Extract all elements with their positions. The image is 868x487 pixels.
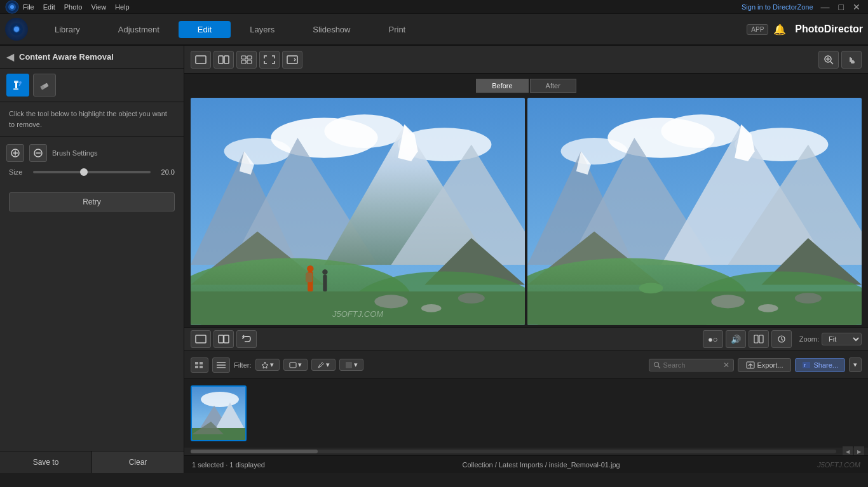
after-image-panel (527, 98, 862, 325)
tab-adjustment[interactable]: Adjustment (99, 21, 179, 38)
svg-point-48 (458, 293, 485, 304)
tab-print[interactable]: Print (370, 21, 425, 38)
svg-rect-21 (247, 56, 252, 59)
view-split-btn[interactable] (214, 330, 234, 348)
brush-tool-button[interactable] (6, 74, 29, 97)
tab-edit[interactable]: Edit (179, 21, 231, 38)
status-selection: 1 selected · 1 displayed (192, 461, 265, 469)
filter-color-btn[interactable]: ▾ (339, 359, 363, 371)
menu-photo[interactable]: Photo (64, 3, 83, 11)
view-grid-btn[interactable] (236, 51, 257, 69)
svg-point-71 (758, 304, 778, 312)
eraser-tool-button[interactable] (33, 74, 56, 97)
bottom-toolbar: ●○ 🔊 Zoom: Fit 25% 50% 100% 200% (184, 327, 868, 351)
svg-text:f: f (804, 363, 806, 368)
before-tab[interactable]: Before (476, 79, 528, 93)
svg-rect-51 (306, 273, 313, 283)
undo-btn[interactable] (236, 330, 257, 348)
view-normal-btn[interactable] (191, 330, 211, 348)
search-icon (653, 361, 661, 369)
svg-point-58 (561, 138, 628, 164)
filter-label: Filter: (234, 361, 252, 369)
svg-rect-80 (195, 362, 198, 364)
tab-layers[interactable]: Layers (231, 21, 294, 38)
horizontal-scrollbar[interactable]: ◀ ▶ (184, 448, 868, 455)
menu-view[interactable]: View (91, 3, 106, 11)
audio-btn[interactable]: 🔊 (726, 330, 746, 348)
svg-point-90 (654, 362, 658, 366)
image-area: Before After (184, 74, 868, 327)
filmstrip-list-btn[interactable] (212, 357, 230, 373)
svg-rect-52 (323, 275, 327, 291)
share-button[interactable]: f Share... (795, 358, 845, 372)
svg-rect-19 (224, 56, 229, 63)
save-to-button[interactable]: Save to (0, 451, 92, 473)
share-dropdown-btn[interactable]: ▾ (849, 357, 862, 372)
filmstrip-controls: Filter: ▾ ▾ ▾ ▾ ✕ (184, 351, 868, 379)
images-container: J5OFTJ.COM (184, 98, 868, 327)
zoom-label: Zoom: (799, 335, 819, 343)
status-watermark: J5OFTJ.COM (817, 461, 860, 469)
size-slider[interactable] (33, 171, 151, 173)
search-input[interactable] (663, 361, 721, 369)
before-image-panel: J5OFTJ.COM (191, 98, 525, 325)
menu-help[interactable]: Help (115, 3, 130, 11)
svg-point-32 (324, 114, 404, 148)
more-view-btn[interactable] (282, 51, 302, 69)
brush-subtract-icon[interactable] (29, 144, 47, 162)
filter-star-btn[interactable]: ▾ (255, 359, 280, 371)
close-btn[interactable]: ✕ (850, 2, 863, 12)
tab-slideshow[interactable]: Slideshow (294, 21, 369, 38)
svg-rect-17 (196, 56, 206, 63)
notification-icon[interactable]: 🔔 (773, 23, 786, 36)
svg-point-72 (795, 293, 822, 304)
filter-rect-btn[interactable]: ▾ (283, 359, 308, 371)
tab-list: Library Adjustment Edit Layers Slideshow… (36, 21, 747, 38)
search-clear-btn[interactable]: ✕ (723, 361, 729, 370)
retry-button[interactable]: Retry (9, 192, 175, 211)
filmstrip-right-controls: ✕ Export... f Share... ▾ (649, 357, 862, 372)
minimize-btn[interactable]: — (818, 2, 832, 12)
filmstrip-thumb-1[interactable] (191, 385, 247, 441)
sign-in-link[interactable]: Sign in to DirectorZone (742, 3, 813, 11)
after-tab[interactable]: After (530, 79, 576, 93)
zoom-select[interactable]: Fit 25% 50% 100% 200% (822, 333, 862, 345)
svg-rect-22 (241, 60, 246, 63)
zoom-tool-btn[interactable] (818, 51, 839, 69)
play-btn[interactable]: ●○ (703, 330, 723, 348)
fullscreen-btn[interactable] (259, 51, 280, 69)
size-label: Size (9, 168, 28, 176)
filmstrip-grid-btn[interactable] (191, 357, 208, 373)
maximize-btn[interactable]: □ (836, 2, 846, 12)
history-btn[interactable] (771, 330, 792, 348)
status-path: Collection / Latest Imports / inside_Rem… (265, 461, 817, 469)
panel-tools (0, 69, 184, 102)
size-value: 20.0 (156, 168, 175, 176)
svg-point-53 (322, 269, 327, 274)
svg-rect-7 (14, 81, 18, 83)
menu-file[interactable]: File (23, 3, 34, 11)
clear-button[interactable]: Clear (92, 451, 184, 473)
menu-bar: File Edit Photo View Help Sign in to Dir… (0, 0, 868, 14)
nav-tabs: Library Adjustment Edit Layers Slideshow… (0, 14, 868, 46)
menu-edit[interactable]: Edit (43, 3, 55, 11)
app-name: PhotoDirector (795, 23, 863, 35)
compare-btn[interactable] (749, 330, 769, 348)
main-area: ◀ Content Aware Removal (0, 46, 868, 473)
app-logo (5, 0, 19, 14)
filmstrip (184, 379, 868, 448)
hand-tool-btn[interactable] (841, 51, 862, 69)
svg-point-47 (421, 304, 442, 312)
filter-edit-btn[interactable]: ▾ (311, 359, 336, 371)
tab-library[interactable]: Library (36, 21, 99, 38)
before-watermark: J5OFTJ.COM (332, 309, 383, 319)
svg-point-97 (201, 392, 239, 407)
export-button[interactable]: Export... (738, 358, 792, 372)
svg-line-91 (658, 366, 660, 368)
view-single-btn[interactable] (191, 51, 211, 69)
brush-add-icon[interactable] (6, 144, 24, 162)
panel-description: Click the tool below to highlight the ob… (0, 102, 184, 136)
back-button[interactable]: ◀ (6, 51, 14, 63)
view-compare-btn[interactable] (214, 51, 234, 69)
image-toolbar (184, 46, 868, 74)
